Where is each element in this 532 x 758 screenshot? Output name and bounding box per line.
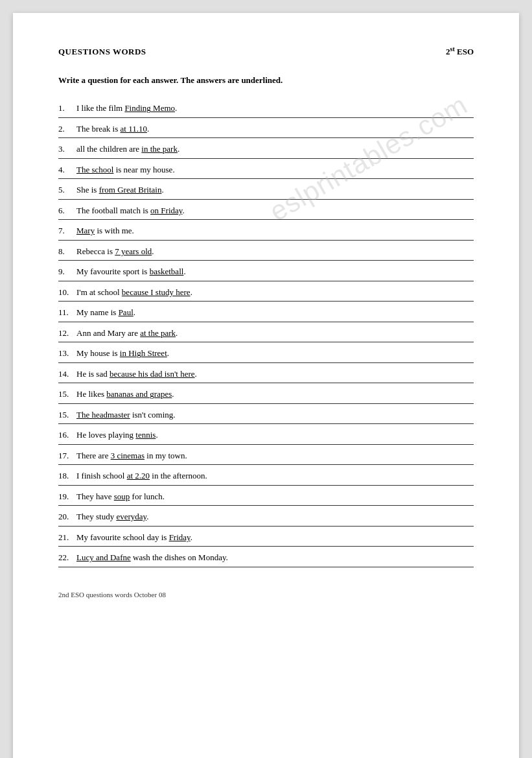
underlined-answer: everyday [116, 512, 146, 521]
item-text: Ann and Mary are at the park. [76, 327, 474, 340]
item-text: I like the film Finding Memo. [76, 102, 474, 115]
item-number: 1. [58, 102, 76, 115]
list-item: 3.all the children are in the park. [58, 138, 474, 159]
item-text: He loves playing tennis. [76, 429, 474, 442]
item-number: 20. [58, 510, 76, 523]
exercise-list: 1.I like the film Finding Memo.2.The bre… [58, 97, 474, 567]
item-number: 8. [58, 245, 76, 258]
item-text: My name is Paul. [76, 306, 474, 319]
footer: 2nd ESO questions words October 08 [58, 591, 474, 598]
item-number: 2. [58, 123, 76, 136]
underlined-answer: Mary [76, 226, 95, 235]
item-number: 13. [58, 347, 76, 360]
underlined-answer: Finding Memo [124, 103, 175, 113]
list-item: 13.My house is in High Street. [58, 342, 474, 363]
item-number: 12. [58, 327, 76, 340]
item-number: 16. [58, 429, 76, 442]
list-item: 5.She is from Great Britain. [58, 179, 474, 200]
item-number: 19. [58, 490, 76, 503]
list-item: 20.They study everyday. [58, 506, 474, 527]
list-item: 9.My favourite sport is basketball. [58, 261, 474, 281]
instructions: Write a question for each answer. The an… [58, 75, 474, 86]
underlined-answer: in High Street [120, 348, 167, 358]
list-item: 12.Ann and Mary are at the park. [58, 322, 474, 343]
item-number: 3. [58, 143, 76, 156]
underlined-answer: The headmaster [76, 410, 130, 420]
item-text: My favourite sport is basketball. [76, 265, 474, 278]
item-number: 9. [58, 265, 76, 278]
list-item: 21.My favourite school day is Friday. [58, 527, 474, 547]
list-item: 2.The break is at 11.10. [58, 118, 474, 139]
list-item: 19.They have soup for lunch. [58, 486, 474, 506]
page: eslprintables.com QUESTIONS WORDS 2st ES… [13, 13, 519, 758]
underlined-answer: at the park [140, 328, 176, 338]
item-number: 7. [58, 224, 76, 237]
underlined-answer: at 11.10 [121, 124, 147, 134]
item-text: There are 3 cinemas in my town. [76, 449, 474, 462]
header-level: 2st ESO [446, 45, 474, 57]
item-number: 14. [58, 368, 76, 381]
list-item: 18.I finish school at 2.20 in the aftern… [58, 465, 474, 486]
underlined-answer: Friday [169, 532, 191, 542]
underlined-answer: The school [76, 165, 113, 174]
item-text: He likes bananas and grapes. [76, 388, 474, 401]
underlined-answer: Paul [119, 307, 133, 317]
item-number: 6. [58, 204, 76, 217]
item-text: He is sad because his dad isn't here. [76, 368, 474, 381]
list-item: 22.Lucy and Dafne wash the dishes on Mon… [58, 547, 474, 567]
item-number: 17. [58, 449, 76, 462]
underlined-answer: basketball [150, 266, 184, 276]
item-number: 11. [58, 306, 76, 319]
item-number: 21. [58, 531, 76, 544]
item-text: Mary is with me. [76, 224, 474, 237]
underlined-answer: from Great Britain [99, 185, 162, 195]
item-text: The football match is on Friday. [76, 204, 474, 217]
list-item: 1.I like the film Finding Memo. [58, 97, 474, 118]
item-text: She is from Great Britain. [76, 184, 474, 196]
item-text: My favourite school day is Friday. [76, 531, 474, 544]
item-text: all the children are in the park. [76, 143, 474, 156]
item-text: My house is in High Street. [76, 347, 474, 360]
underlined-answer: on Friday [150, 206, 182, 215]
list-item: 15.The headmaster isn't coming. [58, 404, 474, 425]
underlined-answer: in the park [141, 144, 178, 154]
header-title: QUESTIONS WORDS [58, 47, 146, 57]
underlined-answer: 7 years old [115, 246, 152, 256]
list-item: 14.He is sad because his dad isn't here. [58, 363, 474, 384]
underlined-answer: bananas and grapes [106, 389, 172, 399]
item-text: They study everyday. [76, 510, 474, 523]
list-item: 16.He loves playing tennis. [58, 424, 474, 445]
list-item: 7.Mary is with me. [58, 220, 474, 241]
item-number: 18. [58, 469, 76, 482]
list-item: 8.Rebecca is 7 years old. [58, 241, 474, 261]
list-item: 11.My name is Paul. [58, 302, 474, 322]
item-text: The break is at 11.10. [76, 123, 474, 136]
underlined-answer: because I study here [122, 287, 191, 297]
item-number: 5. [58, 184, 76, 196]
item-text: Rebecca is 7 years old. [76, 245, 474, 258]
underlined-answer: because his dad isn't here [110, 369, 195, 379]
item-number: 10. [58, 286, 76, 299]
item-text: The school is near my house. [76, 163, 474, 176]
item-number: 4. [58, 163, 76, 176]
item-text: Lucy and Dafne wash the dishes on Monday… [76, 551, 474, 564]
underlined-answer: at 2.20 [127, 471, 150, 480]
item-text: I finish school at 2.20 in the afternoon… [76, 469, 474, 482]
list-item: 4.The school is near my house. [58, 159, 474, 180]
item-text: The headmaster isn't coming. [76, 409, 474, 421]
underlined-answer: soup [114, 492, 130, 501]
underlined-answer: Lucy and Dafne [76, 552, 131, 562]
underlined-answer: tennis [135, 430, 156, 440]
underlined-answer: 3 cinemas [111, 451, 145, 460]
item-number: 15. [58, 388, 76, 401]
item-text: I'm at school because I study here. [76, 286, 474, 299]
list-item: 10.I'm at school because I study here. [58, 281, 474, 302]
list-item: 15.He likes bananas and grapes. [58, 383, 474, 404]
item-number: 22. [58, 551, 76, 564]
list-item: 6.The football match is on Friday. [58, 200, 474, 220]
list-item: 17.There are 3 cinemas in my town. [58, 445, 474, 466]
item-number: 15. [58, 409, 76, 421]
item-text: They have soup for lunch. [76, 490, 474, 503]
header: QUESTIONS WORDS 2st ESO [58, 45, 474, 57]
